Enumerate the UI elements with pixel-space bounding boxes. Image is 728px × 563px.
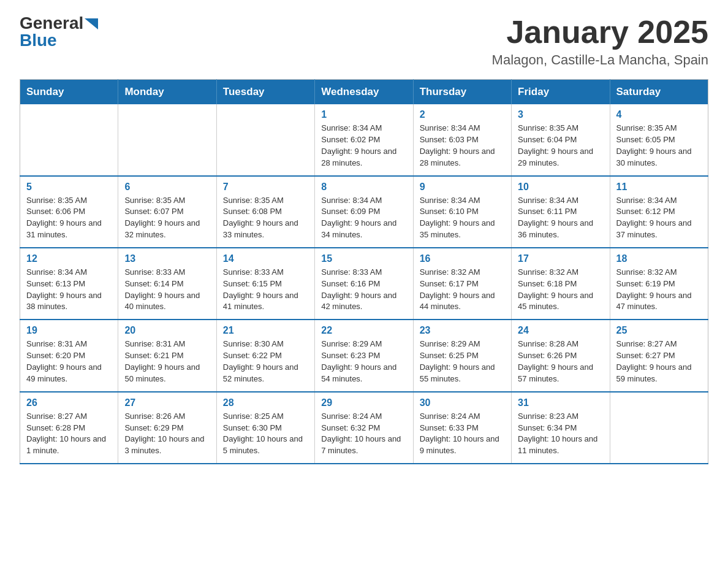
calendar-cell: 29Sunrise: 8:24 AM Sunset: 6:32 PM Dayli… (315, 392, 413, 464)
day-info: Sunrise: 8:29 AM Sunset: 6:25 PM Dayligh… (420, 339, 505, 385)
day-number: 7 (223, 182, 308, 193)
calendar-table: SundayMondayTuesdayWednesdayThursdayFrid… (20, 79, 708, 464)
calendar-cell: 23Sunrise: 8:29 AM Sunset: 6:25 PM Dayli… (413, 320, 511, 391)
calendar-cell: 27Sunrise: 8:26 AM Sunset: 6:29 PM Dayli… (118, 392, 216, 464)
day-info: Sunrise: 8:31 AM Sunset: 6:20 PM Dayligh… (26, 339, 112, 385)
day-info: Sunrise: 8:34 AM Sunset: 6:02 PM Dayligh… (321, 123, 406, 169)
day-info: Sunrise: 8:35 AM Sunset: 6:08 PM Dayligh… (223, 195, 308, 241)
page-header: General Blue January 2025 Malagon, Casti… (20, 15, 708, 68)
calendar-cell: 2Sunrise: 8:34 AM Sunset: 6:03 PM Daylig… (413, 104, 511, 175)
day-number: 12 (26, 253, 112, 264)
day-info: Sunrise: 8:32 AM Sunset: 6:19 PM Dayligh… (616, 267, 702, 313)
calendar-cell: 11Sunrise: 8:34 AM Sunset: 6:12 PM Dayli… (610, 176, 708, 248)
day-info: Sunrise: 8:26 AM Sunset: 6:29 PM Dayligh… (124, 411, 210, 457)
calendar-cell: 3Sunrise: 8:35 AM Sunset: 6:04 PM Daylig… (512, 104, 610, 175)
day-number: 4 (616, 109, 702, 120)
day-info: Sunrise: 8:34 AM Sunset: 6:03 PM Dayligh… (420, 123, 505, 169)
day-info: Sunrise: 8:34 AM Sunset: 6:10 PM Dayligh… (420, 195, 505, 241)
day-info: Sunrise: 8:35 AM Sunset: 6:07 PM Dayligh… (124, 195, 210, 241)
day-number: 13 (124, 253, 210, 264)
day-number: 2 (420, 109, 505, 120)
day-info: Sunrise: 8:28 AM Sunset: 6:26 PM Dayligh… (518, 339, 603, 385)
day-info: Sunrise: 8:34 AM Sunset: 6:09 PM Dayligh… (321, 195, 406, 241)
day-number: 20 (124, 325, 210, 336)
day-number: 23 (420, 325, 505, 336)
day-number: 25 (616, 325, 702, 336)
day-number: 14 (223, 253, 308, 264)
calendar-cell: 25Sunrise: 8:27 AM Sunset: 6:27 PM Dayli… (610, 320, 708, 391)
day-number: 8 (321, 182, 406, 193)
day-info: Sunrise: 8:34 AM Sunset: 6:13 PM Dayligh… (26, 267, 112, 313)
calendar-cell: 1Sunrise: 8:34 AM Sunset: 6:02 PM Daylig… (315, 104, 413, 175)
day-info: Sunrise: 8:23 AM Sunset: 6:34 PM Dayligh… (518, 411, 603, 457)
day-info: Sunrise: 8:32 AM Sunset: 6:18 PM Dayligh… (518, 267, 603, 313)
logo-triangle-icon (85, 18, 98, 29)
day-number: 24 (518, 325, 603, 336)
calendar-cell: 24Sunrise: 8:28 AM Sunset: 6:26 PM Dayli… (512, 320, 610, 391)
weekday-header-tuesday: Tuesday (216, 80, 314, 105)
calendar-cell: 18Sunrise: 8:32 AM Sunset: 6:19 PM Dayli… (610, 248, 708, 320)
calendar-cell: 9Sunrise: 8:34 AM Sunset: 6:10 PM Daylig… (413, 176, 511, 248)
calendar-cell: 22Sunrise: 8:29 AM Sunset: 6:23 PM Dayli… (315, 320, 413, 391)
calendar-week-1: 1Sunrise: 8:34 AM Sunset: 6:02 PM Daylig… (20, 104, 708, 175)
calendar-cell: 30Sunrise: 8:24 AM Sunset: 6:33 PM Dayli… (413, 392, 511, 464)
calendar-cell (118, 104, 216, 175)
calendar-cell (216, 104, 314, 175)
day-info: Sunrise: 8:35 AM Sunset: 6:04 PM Dayligh… (518, 123, 603, 169)
day-number: 15 (321, 253, 406, 264)
day-info: Sunrise: 8:33 AM Sunset: 6:14 PM Dayligh… (124, 267, 210, 313)
weekday-header-thursday: Thursday (413, 80, 511, 105)
day-info: Sunrise: 8:24 AM Sunset: 6:33 PM Dayligh… (420, 411, 505, 457)
calendar-cell: 16Sunrise: 8:32 AM Sunset: 6:17 PM Dayli… (413, 248, 511, 320)
day-number: 29 (321, 397, 406, 408)
logo-general-text: General (20, 15, 83, 32)
calendar-cell: 28Sunrise: 8:25 AM Sunset: 6:30 PM Dayli… (216, 392, 314, 464)
calendar-cell: 31Sunrise: 8:23 AM Sunset: 6:34 PM Dayli… (512, 392, 610, 464)
day-number: 27 (124, 397, 210, 408)
day-info: Sunrise: 8:25 AM Sunset: 6:30 PM Dayligh… (223, 411, 308, 457)
weekday-header-monday: Monday (118, 80, 216, 105)
day-number: 28 (223, 397, 308, 408)
day-number: 16 (420, 253, 505, 264)
day-info: Sunrise: 8:30 AM Sunset: 6:22 PM Dayligh… (223, 339, 308, 385)
calendar-cell: 6Sunrise: 8:35 AM Sunset: 6:07 PM Daylig… (118, 176, 216, 248)
calendar-cell: 4Sunrise: 8:35 AM Sunset: 6:05 PM Daylig… (610, 104, 708, 175)
calendar-week-5: 26Sunrise: 8:27 AM Sunset: 6:28 PM Dayli… (20, 392, 708, 464)
day-info: Sunrise: 8:24 AM Sunset: 6:32 PM Dayligh… (321, 411, 406, 457)
calendar-cell: 5Sunrise: 8:35 AM Sunset: 6:06 PM Daylig… (20, 176, 118, 248)
calendar-cell: 12Sunrise: 8:34 AM Sunset: 6:13 PM Dayli… (20, 248, 118, 320)
calendar-cell: 15Sunrise: 8:33 AM Sunset: 6:16 PM Dayli… (315, 248, 413, 320)
month-title: January 2025 (492, 15, 708, 50)
title-block: January 2025 Malagon, Castille-La Mancha… (492, 15, 708, 68)
day-number: 6 (124, 182, 210, 193)
day-info: Sunrise: 8:35 AM Sunset: 6:06 PM Dayligh… (26, 195, 112, 241)
weekday-header-row: SundayMondayTuesdayWednesdayThursdayFrid… (20, 80, 708, 105)
day-number: 18 (616, 253, 702, 264)
calendar-cell: 19Sunrise: 8:31 AM Sunset: 6:20 PM Dayli… (20, 320, 118, 391)
calendar-cell (610, 392, 708, 464)
location-title: Malagon, Castille-La Mancha, Spain (492, 52, 708, 68)
day-number: 9 (420, 182, 505, 193)
weekday-header-saturday: Saturday (610, 80, 708, 105)
svg-marker-0 (85, 18, 98, 29)
calendar-cell: 26Sunrise: 8:27 AM Sunset: 6:28 PM Dayli… (20, 392, 118, 464)
day-number: 1 (321, 109, 406, 120)
day-number: 11 (616, 182, 702, 193)
calendar-cell: 20Sunrise: 8:31 AM Sunset: 6:21 PM Dayli… (118, 320, 216, 391)
calendar-week-2: 5Sunrise: 8:35 AM Sunset: 6:06 PM Daylig… (20, 176, 708, 248)
calendar-week-3: 12Sunrise: 8:34 AM Sunset: 6:13 PM Dayli… (20, 248, 708, 320)
calendar-cell (20, 104, 118, 175)
calendar-cell: 8Sunrise: 8:34 AM Sunset: 6:09 PM Daylig… (315, 176, 413, 248)
weekday-header-wednesday: Wednesday (315, 80, 413, 105)
day-number: 10 (518, 182, 603, 193)
logo: General Blue (20, 15, 98, 49)
day-number: 22 (321, 325, 406, 336)
day-info: Sunrise: 8:33 AM Sunset: 6:15 PM Dayligh… (223, 267, 308, 313)
calendar-cell: 21Sunrise: 8:30 AM Sunset: 6:22 PM Dayli… (216, 320, 314, 391)
day-info: Sunrise: 8:35 AM Sunset: 6:05 PM Dayligh… (616, 123, 702, 169)
calendar-cell: 14Sunrise: 8:33 AM Sunset: 6:15 PM Dayli… (216, 248, 314, 320)
day-info: Sunrise: 8:33 AM Sunset: 6:16 PM Dayligh… (321, 267, 406, 313)
calendar-cell: 7Sunrise: 8:35 AM Sunset: 6:08 PM Daylig… (216, 176, 314, 248)
day-info: Sunrise: 8:34 AM Sunset: 6:12 PM Dayligh… (616, 195, 702, 241)
weekday-header-friday: Friday (512, 80, 610, 105)
